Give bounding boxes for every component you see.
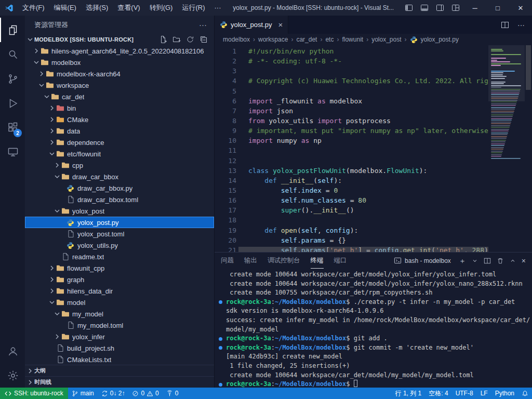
split-terminal-icon[interactable] [484,257,491,264]
tree-item-my_model[interactable]: my_model [25,308,214,320]
remote-explorer-icon[interactable] [0,140,25,164]
menu-item-6[interactable]: ··· [209,0,225,16]
split-editor-icon[interactable] [501,21,509,29]
editor-more-actions-icon[interactable]: ··· [517,21,525,29]
language-indicator[interactable]: Python [491,388,518,399]
tree-item-yolox_post.toml[interactable]: yolox_post.toml [25,228,214,240]
breadcrumb-item-etc[interactable]: etc [325,36,334,43]
breadcrumb-item-car_det[interactable]: car_det [296,36,317,43]
tree-item-draw_car_bbox[interactable]: draw_car_bbox [25,171,214,182]
breadcrumb-item-yolox_post.py[interactable]: yolox_post.py [421,36,459,43]
code-line-content[interactable]: self.params = {} [238,235,346,245]
breadcrumb-item-yolox_post[interactable]: yolox_post [371,36,401,43]
panel-tab-调试控制台[interactable]: 调试控制台 [268,252,300,269]
tree-item-modelbox-rk-aarch64[interactable]: modelbox-rk-aarch64 [25,68,214,79]
tab-close-icon[interactable]: × [278,21,283,29]
indentation-indicator[interactable]: 空格: 4 [425,388,451,399]
more-actions-icon[interactable]: ··· [199,20,207,29]
code-editor[interactable]: 1#!/usr/bin/env python2# -*- coding: utf… [215,45,532,252]
terminal-select[interactable]: bash - modelbox [394,257,451,264]
settings-gear-icon[interactable] [0,363,25,388]
breadcrumb-item-flowunit[interactable]: flowunit [342,36,363,43]
code-line-content[interactable] [238,156,248,166]
tree-item-draw_car_bbox.toml[interactable]: draw_car_bbox.toml [25,194,214,205]
menu-item-0[interactable]: 文件(F) [18,0,49,16]
tree-item-draw_car_bbox.py[interactable]: draw_car_bbox.py [25,182,214,194]
tree-item-yolox_post.py[interactable]: yolox_post.py [25,217,214,228]
remote-indicator[interactable]: SSH: ubuntu-rock [0,388,68,399]
new-file-icon[interactable] [159,35,167,44]
code-line-content[interactable]: #!/usr/bin/env python [238,46,334,56]
eol-indicator[interactable]: LF [477,388,491,399]
tree-item-CMake[interactable]: CMake [25,114,214,125]
tree-item-etc/flowunit[interactable]: etc/flowunit [25,148,214,159]
menu-item-1[interactable]: 编辑(E) [49,0,81,16]
minimize-button[interactable]: ─ [463,0,486,16]
tree-item-CMakeLists.txt[interactable]: CMakeLists.txt [25,354,214,365]
minimap[interactable] [488,45,525,252]
tree-item-model[interactable]: model [25,297,214,308]
code-line-content[interactable]: from yolox_utils import postprocess [238,116,391,126]
toggle-secondary-sidebar-icon[interactable] [432,0,448,16]
code-line-content[interactable]: import numpy as np [238,136,322,145]
section-大纲[interactable]: 大纲 [25,365,214,376]
toggle-sidebar-icon[interactable] [401,0,417,16]
new-folder-icon[interactable] [172,35,181,44]
code-line-content[interactable] [238,215,248,225]
menu-item-4[interactable]: 转到(G) [145,0,178,16]
tree-item-readme.txt[interactable]: readme.txt [25,251,214,262]
code-line-content[interactable]: class yolox_postFlowUnit(modelbox.FlowUn… [238,166,427,176]
menu-item-5[interactable]: 运行(R) [177,0,209,16]
code-line-content[interactable]: def open(self, config): [238,225,358,235]
run-debug-icon[interactable] [0,91,25,115]
code-line-content[interactable] [238,66,248,76]
collapse-all-icon[interactable] [200,35,208,44]
tree-item-hilens-agent_aarch64_lite_2.0.5_20220408182106[interactable]: hilens-agent_aarch64_lite_2.0.5_20220408… [25,45,214,57]
menu-item-3[interactable]: 查看(V) [113,0,144,16]
section-时间线[interactable]: 时间线 [25,376,214,388]
code-line-content[interactable]: super().__init__() [238,205,354,215]
extensions-icon[interactable]: 2 [0,115,25,140]
kill-terminal-icon[interactable] [497,257,504,264]
account-icon[interactable] [0,339,25,363]
code-line-content[interactable]: # Copyright (c) Huawei Technologies Co.,… [238,76,488,86]
breadcrumb-item-modelbox[interactable]: modelbox [223,36,250,43]
vertical-scrollbar[interactable] [526,45,531,90]
horizontal-scrollbar[interactable] [238,247,488,252]
code-line-content[interactable]: import json [238,106,293,116]
tree-item-data[interactable]: data [25,125,214,137]
code-line-content[interactable]: # -*- coding: utf-8 -*- [238,56,342,66]
tree-item-flowunit_cpp[interactable]: flowunit_cpp [25,262,214,274]
code-line-content[interactable] [238,86,248,96]
cursor-position[interactable]: 行 1, 列 1 [392,388,425,399]
code-line-content[interactable]: self.num_classes = 80 [238,195,366,205]
menu-item-2[interactable]: 选择(S) [81,0,113,16]
terminal[interactable]: create mode 100644 workspace/car_det/mod… [215,269,532,388]
code-line-content[interactable]: import _flowunit as modelbox [238,96,362,106]
command-decoration-icon[interactable] [219,346,222,350]
code-line-content[interactable]: # important, must put "import numpy as n… [238,126,488,136]
maximize-button[interactable]: □ [486,0,509,16]
tree-item-graph[interactable]: graph [25,274,214,285]
tab-yolox-post-py[interactable]: yolox_post.py × [215,16,288,34]
code-line-content[interactable]: self.index = 0 [238,185,338,195]
sync-indicator[interactable]: 0↓ 2↑ [98,388,129,399]
tree-item-car_det[interactable]: car_det [25,91,214,102]
maximize-panel-icon[interactable] [510,258,516,264]
problems-indicator[interactable]: 0 0 [128,388,162,399]
explorer-section-header[interactable]: MODELBOX [SSH: UBUNTU-ROCK] [25,34,214,45]
tree-item-modelbox[interactable]: modelbox [25,57,214,68]
tree-item-cpp[interactable]: cpp [25,159,214,171]
search-icon[interactable] [0,42,25,66]
new-terminal-icon[interactable]: ＋ [459,257,466,264]
code-line-content[interactable] [238,145,248,155]
tree-item-yolox_post[interactable]: yolox_post [25,205,214,217]
command-decoration-icon[interactable] [219,383,222,387]
encoding-indicator[interactable]: UTF-8 [452,388,477,399]
terminal-dropdown-icon[interactable] [472,258,478,264]
tree-item-hilens_data_dir[interactable]: hilens_data_dir [25,285,214,297]
tree-item-my_model.toml[interactable]: my_model.toml [25,320,214,331]
customize-layout-icon[interactable] [448,0,463,16]
tree-item-workspace[interactable]: workspace [25,79,214,91]
source-control-icon[interactable] [0,66,25,91]
